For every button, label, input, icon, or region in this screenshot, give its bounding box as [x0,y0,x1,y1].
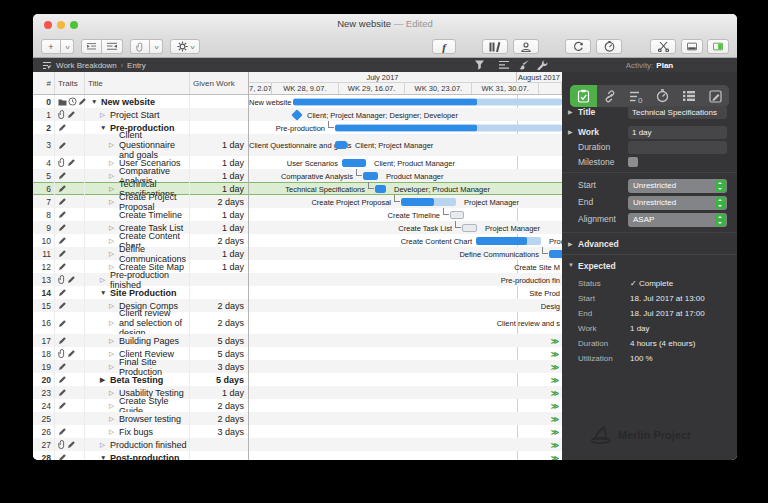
row-title[interactable]: Building Pages [119,336,189,346]
disclosure-triangle[interactable]: ▷ [109,185,119,193]
settings-button[interactable] [537,60,548,70]
format-button[interactable] [519,60,530,70]
overflow-right-icon[interactable]: ≫ [551,414,559,423]
disclosure-triangle[interactable]: ▼ [100,124,110,131]
add-button[interactable]: + [41,39,61,54]
filter-button[interactable] [474,60,485,70]
gantt-row[interactable]: Define Communications [249,247,562,260]
table-row[interactable]: 11▷Define Communications1 day [33,247,248,260]
disclosure-triangle[interactable]: ▷ [100,111,110,119]
gantt-row[interactable]: ≫ [249,425,562,438]
row-title[interactable]: New website [101,97,189,107]
week-header-cell[interactable] [539,83,562,94]
row-title[interactable]: Project Start [110,110,189,120]
table-row[interactable]: 16▷Client review and selection of design… [33,312,248,334]
disclosure-triangle[interactable]: ▷ [109,428,119,436]
overflow-right-icon[interactable]: ≫ [551,336,559,345]
table-row[interactable]: 13▷Pre-production finished [33,273,248,286]
time-phases-button[interactable] [596,39,622,54]
gantt-row[interactable]: Create Project ProposalProject Manager [249,195,562,208]
overflow-right-icon[interactable]: ≫ [551,440,559,449]
gantt-row[interactable]: User ScenariosClient; Product Manager [249,156,562,169]
indent-button[interactable] [81,39,102,54]
gantt-row[interactable]: ≫ [249,412,562,425]
disclosure-triangle[interactable]: ▷ [109,198,119,206]
title-field-input[interactable] [628,106,727,119]
tab-plan[interactable] [570,85,597,107]
disclosure-triangle[interactable]: ▷ [109,389,119,397]
toggle-inspector-panel-button[interactable] [707,39,729,54]
gantt-bar[interactable] [335,141,347,149]
table-row[interactable]: 20▶Beta Testing5 days [33,373,248,386]
row-title[interactable]: Fix bugs [119,427,189,437]
gantt-row[interactable]: Create Task ListProject Manager [249,221,562,234]
table-row[interactable]: 17▷Building Pages5 days [33,334,248,347]
table-row[interactable]: 28▼Post-production [33,451,248,460]
disclosure-triangle[interactable]: ▷ [109,141,119,149]
gantt-row[interactable]: ≫ [249,360,562,373]
table-row[interactable]: 8Create Timeline1 day [33,208,248,221]
library-button[interactable] [482,39,508,54]
duration-field-input[interactable] [628,141,727,154]
disclosure-triangle[interactable]: ▷ [109,224,119,232]
resources-button[interactable] [513,39,539,54]
advanced-disclosure-icon[interactable]: ▶ [568,240,573,247]
gantt-row[interactable]: ≫ [249,334,562,347]
table-row[interactable]: 26▷Fix bugs3 days [33,425,248,438]
gantt-bar[interactable] [401,198,456,206]
table-row[interactable]: 1▷Project Start [33,108,248,121]
week-header-cell[interactable]: WK 28, 9.07. [272,83,339,94]
gantt-row[interactable]: ≫ [249,438,562,451]
start-select[interactable]: Unrestricted [628,179,727,193]
week-header-cell[interactable]: WK 29, 16.07. [339,83,406,94]
attach-button[interactable] [130,39,150,54]
column-header-title[interactable]: Title [85,72,190,94]
gantt-row[interactable]: Desig [249,299,562,312]
gantt-row[interactable]: Create Timeline [249,208,562,221]
overflow-right-icon[interactable]: ≫ [551,375,559,384]
gantt-row[interactable]: Technical SpecificationsDeveloper; Produ… [249,182,562,195]
tab-planned-values[interactable]: 0 [623,85,650,107]
work-disclosure-icon[interactable]: ▶ [568,128,573,135]
disclosure-triangle[interactable]: ▼ [100,454,110,460]
column-header-number[interactable]: # [33,72,55,94]
disclosure-triangle[interactable]: ▷ [109,350,119,358]
gantt-row[interactable]: Pre-production [249,121,562,134]
disclosure-triangle[interactable]: ▶ [100,376,110,384]
group-button[interactable] [499,60,510,70]
row-title[interactable]: Beta Testing [110,375,189,385]
week-header-cell[interactable]: WK 30, 23.07. [405,83,472,94]
gantt-row[interactable]: Client review and s [249,312,562,334]
actions-menu-button[interactable]: v [170,39,200,54]
title-disclosure-icon[interactable]: ▶ [568,108,573,115]
disclosure-triangle[interactable]: ▼ [91,98,101,105]
gantt-row[interactable]: Create Site M [249,260,562,273]
sync-button[interactable] [565,39,591,54]
gantt-row[interactable]: ≫ [249,347,562,360]
toggle-bottom-panel-button[interactable] [681,39,703,54]
disclosure-triangle[interactable]: ▷ [109,172,119,180]
table-row[interactable]: 3▷Client Questionnaire and goals1 day [33,134,248,156]
milestone-diamond[interactable] [291,109,302,120]
overflow-right-icon[interactable]: ≫ [551,362,559,371]
overflow-right-icon[interactable]: ≫ [551,349,559,358]
row-title[interactable]: Production finished [110,440,189,450]
gantt-bar[interactable] [549,250,562,258]
overflow-right-icon[interactable]: ≫ [551,427,559,436]
row-title[interactable]: Site Production [110,288,189,298]
disclosure-triangle[interactable]: ▷ [109,250,119,258]
disclosure-triangle[interactable]: ▼ [100,289,110,296]
gantt-row[interactable]: ≫ [249,386,562,399]
styles-button[interactable]: f [432,39,456,54]
disclosure-triangle[interactable]: ▷ [109,363,119,371]
table-row[interactable]: 27▷Production finished [33,438,248,451]
week-header-cell[interactable]: WK 31, 30.07. [472,83,539,94]
tab-custom-fields[interactable] [676,85,703,107]
table-row[interactable]: 7▷Create Project Proposal2 days [33,195,248,208]
gantt-bar[interactable] [375,185,386,193]
row-title[interactable]: Browser testing [119,414,189,424]
gantt-row[interactable]: Client Questionnaire and goalsClient; Pr… [249,134,562,156]
gantt-row[interactable]: Client; Project Manager; Designer; Devel… [249,108,562,121]
attach-menu-chevron-icon[interactable]: v [150,39,163,54]
breadcrumb[interactable]: Work Breakdown › Entry [33,58,562,72]
